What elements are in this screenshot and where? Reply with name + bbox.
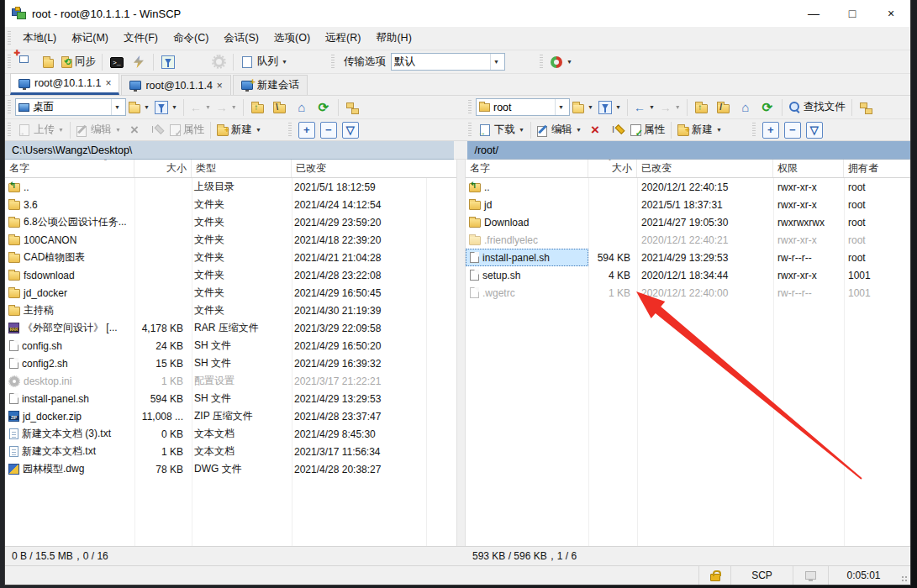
column-header-owner[interactable]: 拥有者 — [844, 160, 903, 177]
local-drive-combobox[interactable]: 桌面 ▼ — [15, 98, 126, 116]
file-row[interactable]: 6.8公顷公园设计任务...文件夹2021/4/29 23:59:20 — [5, 213, 456, 231]
local-rename-button[interactable] — [145, 120, 167, 140]
encryption-status-cell[interactable] — [698, 566, 730, 585]
menu-options[interactable]: 选项(O) — [266, 28, 318, 49]
local-select-button[interactable]: + — [296, 120, 318, 140]
file-row[interactable]: config.sh24 KBSH 文件2021/4/29 16:50:20 — [5, 337, 456, 354]
file-row[interactable]: 《外部空间设计》 [...4,178 KBRAR 压缩文件2021/3/29 2… — [5, 319, 456, 337]
protocol-status-cell[interactable]: SCP — [730, 566, 793, 585]
remote-refresh-button[interactable]: ⟳ — [756, 97, 778, 118]
column-header-name[interactable]: 名字 — [5, 160, 134, 177]
file-row[interactable]: 主持稿文件夹2021/4/30 21:19:39 — [5, 302, 456, 319]
remote-filter-button[interactable]: ▼ — [596, 97, 624, 118]
file-row[interactable]: 3.6文件夹2021/4/24 14:12:54 — [5, 196, 456, 213]
file-row[interactable]: config2.sh15 KBSH 文件2021/4/29 16:39:32 — [5, 354, 456, 372]
file-row[interactable]: Download2021/4/27 19:05:30rwxrwxrwxroot — [466, 213, 910, 231]
local-unselect-button[interactable]: − — [318, 120, 340, 140]
local-parent-directory-button[interactable]: ↑ — [247, 97, 269, 118]
file-row[interactable]: .wgetrc1 KB2020/12/1 22:40:00rw-r--r--10… — [466, 284, 910, 302]
local-filter-button[interactable]: ▼ — [152, 97, 180, 118]
file-row[interactable]: 新建文本文档 (3).txt0 KB文本文档2021/4/29 8:45:30 — [5, 425, 456, 443]
file-row[interactable]: fsdownload文件夹2021/4/28 23:22:08 — [5, 266, 456, 284]
connection-status-cell[interactable] — [793, 566, 828, 585]
menu-command[interactable]: 命令(C) — [166, 28, 216, 49]
remote-edit-button[interactable]: 编辑▼ — [535, 120, 584, 140]
local-refresh-button[interactable]: ⟳ — [313, 97, 335, 118]
remote-parent-directory-button[interactable]: ↑ — [691, 97, 713, 118]
remote-invert-selection-button[interactable]: ▽ — [804, 120, 825, 140]
remote-rename-button[interactable] — [606, 120, 628, 140]
menu-file[interactable]: 文件(F) — [116, 28, 166, 49]
remote-drive-combobox[interactable]: root ▼ — [476, 98, 570, 116]
file-row[interactable]: 新建文本文档.txt1 KB文本文档2021/3/17 11:56:34 — [5, 443, 456, 460]
file-row[interactable]: install-panel.sh594 KBSH 文件2021/4/29 13:… — [5, 390, 456, 407]
menu-session[interactable]: 会话(S) — [216, 28, 266, 49]
file-row[interactable]: jd_docker文件夹2021/4/29 16:50:45 — [5, 284, 456, 302]
remote-tree-button[interactable] — [856, 97, 877, 118]
remote-properties-button[interactable]: 属性 — [628, 120, 667, 140]
file-row[interactable]: ..2020/12/1 22:40:15rwxr-xr-xroot — [466, 178, 910, 196]
tab-new-session[interactable]: 新建会话 — [233, 75, 308, 95]
remote-unselect-button[interactable]: − — [782, 120, 804, 140]
remote-forward-button[interactable]: →▼ — [657, 97, 683, 118]
close-tab-icon[interactable]: × — [217, 80, 223, 92]
menu-local[interactable]: 本地(L) — [15, 28, 64, 49]
transfer-settings-button[interactable]: ▼ — [547, 52, 575, 72]
tab-session-1[interactable]: root@10.1.1.1 × — [10, 73, 119, 95]
transfer-preset-combobox[interactable]: 默认 ▼ — [391, 53, 505, 71]
column-header-type[interactable]: 类型 — [192, 160, 292, 177]
remote-back-button[interactable]: ←▼ — [631, 97, 657, 118]
file-row[interactable]: 100CANON文件夹2021/4/18 22:39:20 — [5, 231, 456, 249]
file-row[interactable]: desktop.ini1 KB配置设置2021/3/17 21:22:21 — [5, 372, 456, 390]
column-header-size[interactable]: 大小 — [588, 160, 637, 177]
local-properties-button[interactable]: 属性 — [167, 120, 207, 140]
file-row[interactable]: .friendlyelec2020/12/1 22:40:21rwxr-xr-x… — [466, 231, 910, 249]
open-console-button[interactable]: >_ — [106, 52, 128, 72]
queue-button[interactable]: 队列▼ — [237, 52, 290, 72]
local-edit-button[interactable]: 编辑▼ — [74, 120, 124, 140]
local-delete-button[interactable]: × — [124, 120, 145, 140]
synchronize-browsing-button[interactable] — [37, 52, 59, 72]
file-row[interactable]: jd2021/5/1 18:37:31rwxr-xr-xroot — [466, 196, 910, 213]
close-button[interactable]: × — [872, 0, 910, 27]
find-files-button[interactable]: 查找文件 — [786, 97, 848, 118]
local-tree-button[interactable] — [342, 97, 364, 118]
remote-open-directory-button[interactable]: ▼ — [570, 97, 596, 118]
remote-delete-button[interactable]: × — [584, 120, 606, 140]
run-command-button[interactable] — [128, 52, 150, 72]
upload-button[interactable]: 上传▼ — [15, 120, 66, 140]
remote-path-bar[interactable]: /root/ — [467, 141, 910, 160]
file-row[interactable]: jd_docker.zip11,008 ...ZIP 压缩文件2021/4/28… — [5, 407, 456, 425]
file-row[interactable]: 园林模型.dwg78 KBDWG 文件2021/4/28 20:38:27 — [5, 460, 456, 478]
download-button[interactable]: 下载▼ — [476, 120, 527, 140]
menu-remote[interactable]: 远程(R) — [318, 28, 368, 49]
minimize-button[interactable]: — — [794, 0, 833, 27]
file-row[interactable]: setup.sh4 KB2020/12/1 18:34:44rwxr-xr-x1… — [466, 266, 910, 284]
refresh-session-button[interactable] — [157, 52, 179, 72]
menu-help[interactable]: 帮助(H) — [368, 28, 419, 49]
remote-new-button[interactable]: +新建▼ — [675, 120, 725, 140]
compare-directories-button[interactable] — [15, 52, 37, 72]
resize-grip[interactable] — [899, 566, 910, 585]
file-row[interactable]: ..上级目录2021/5/1 18:12:59 — [5, 178, 456, 196]
maximize-button[interactable]: □ — [833, 0, 872, 27]
remote-root-directory-button[interactable]: / — [713, 97, 735, 118]
local-new-button[interactable]: +新建▼ — [214, 120, 264, 140]
menu-mark[interactable]: 标记(M) — [64, 28, 116, 49]
file-row[interactable]: CAD植物图表文件夹2021/4/21 21:04:28 — [5, 249, 456, 266]
local-open-directory-button[interactable]: ▼ — [126, 97, 152, 118]
close-tab-icon[interactable]: × — [105, 77, 111, 89]
local-back-button[interactable]: ←▼ — [187, 97, 213, 118]
panel-splitter[interactable] — [456, 160, 466, 546]
local-invert-selection-button[interactable]: ▽ — [340, 120, 361, 140]
column-header-rights[interactable]: 权限 — [773, 160, 844, 177]
tab-session-2[interactable]: root@10.1.1.4 × — [121, 75, 230, 95]
column-header-size[interactable]: 大小 — [134, 160, 192, 177]
file-row[interactable]: install-panel.sh594 KB2021/4/29 13:29:53… — [466, 249, 910, 266]
column-header-changed[interactable]: 已改变 — [292, 160, 426, 177]
column-header-changed[interactable]: 已改变 — [637, 160, 773, 177]
local-root-directory-button[interactable]: \ — [269, 97, 291, 118]
local-home-directory-button[interactable]: ⌂ — [291, 97, 313, 118]
synchronize-button[interactable]: ⟲同步 — [59, 52, 98, 72]
local-forward-button[interactable]: →▼ — [213, 97, 240, 118]
